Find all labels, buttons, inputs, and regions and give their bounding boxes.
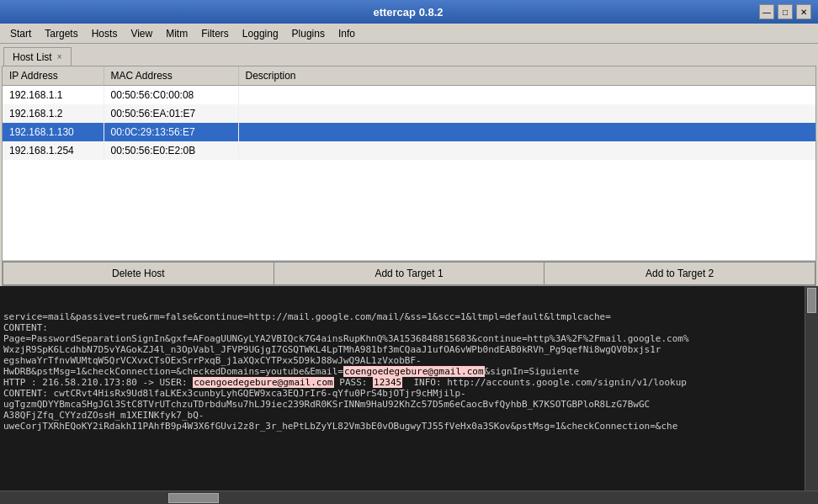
window-controls: — □ ✕: [759, 4, 811, 19]
menu-item-targets[interactable]: Targets: [38, 26, 84, 41]
log-line: ugTgzmQDYYBmcaSHgJGl3StC8TVrUTchzuTDrbdu…: [3, 399, 798, 410]
log-bottom-scrollbar[interactable]: [0, 491, 818, 504]
col-ip: IP Address: [3, 66, 104, 86]
title-bar: ettercap 0.8.2 — □ ✕: [0, 0, 818, 24]
cell-ip: 192.168.1.130: [3, 123, 104, 141]
main-content: IP Address MAC Address Description 192.1…: [2, 66, 816, 286]
cell-desc: [238, 123, 815, 141]
menu-item-mitm[interactable]: Mitm: [159, 26, 194, 41]
cell-ip: 192.168.1.1: [3, 86, 104, 105]
menu-item-info[interactable]: Info: [332, 26, 362, 41]
highlighted-email: coengoedegebure@gmail.com: [193, 377, 334, 388]
tab-label: Host List: [13, 51, 52, 63]
log-line: A38QFjZfq_CYYzdZOssH_m1XEINKfyk7_bQ-: [3, 410, 798, 421]
menu-item-logging[interactable]: Logging: [236, 26, 285, 41]
col-mac: MAC Address: [104, 66, 238, 86]
log-line: HwDRB&pstMsg=1&checkConnection=&checkedD…: [3, 366, 798, 377]
button-row: Delete Host Add to Target 1 Add to Targe…: [3, 261, 815, 285]
menu-item-plugins[interactable]: Plugins: [285, 26, 332, 41]
table-row[interactable]: 192.168.1.25400:50:56:E0:E2:0B: [3, 141, 815, 160]
log-line: egshwaYrTfnvWUMtqW5QrVCXvxCTsOExSrrPxqB_…: [3, 355, 798, 366]
menu-item-hosts[interactable]: Hosts: [85, 26, 125, 41]
menu-item-filters[interactable]: Filters: [194, 26, 236, 41]
cell-desc: [238, 104, 815, 123]
log-section: service=mail&passive=true&rm=false&conti…: [0, 286, 818, 505]
cell-mac: 00:50:56:C0:00:08: [104, 86, 238, 105]
cell-ip: 192.168.1.254: [3, 141, 104, 160]
col-desc: Description: [238, 66, 815, 86]
menu-item-start[interactable]: Start: [3, 26, 38, 41]
cell-mac: 00:0C:29:13:56:E7: [104, 123, 238, 141]
host-table: IP Address MAC Address Description 192.1…: [3, 66, 815, 160]
log-line: WxzjR9SpK6LcdhbN7D5vYAGokZJ4l_n3OpVabl_J…: [3, 344, 798, 355]
window-title: ettercap 0.8.2: [57, 6, 759, 19]
highlighted-pass: 12345: [373, 377, 402, 388]
menu-item-view[interactable]: View: [124, 26, 159, 41]
table-row[interactable]: 192.168.1.200:50:56:EA:01:E7: [3, 104, 815, 123]
cell-ip: 192.168.1.2: [3, 104, 104, 123]
maximize-button[interactable]: □: [778, 4, 793, 19]
host-list-tab[interactable]: Host List ×: [3, 47, 72, 66]
table-empty-area: [3, 160, 815, 261]
log-scrollbar[interactable]: [805, 286, 818, 491]
close-button[interactable]: ✕: [796, 4, 811, 19]
tab-close-icon[interactable]: ×: [57, 52, 62, 61]
log-line: CONTENT:: [3, 322, 798, 333]
log-area: service=mail&passive=true&rm=false&conti…: [0, 286, 818, 491]
log-line: service=mail&passive=true&rm=false&conti…: [3, 311, 798, 322]
highlighted-email: coengoedegebure@gmail.com: [343, 366, 485, 377]
table-row[interactable]: 192.168.1.100:50:56:C0:00:08: [3, 86, 815, 105]
tab-bar: Host List ×: [0, 44, 818, 66]
add-target2-button[interactable]: Add to Target 2: [544, 262, 815, 285]
log-bottom-scrollbar-thumb[interactable]: [168, 493, 219, 503]
log-line: Page=PasswordSeparationSignIn&gxf=AFoagU…: [3, 333, 798, 344]
cell-desc: [238, 86, 815, 105]
log-scrollbar-thumb[interactable]: [807, 288, 816, 313]
log-line: HTTP : 216.58.210.173:80 -> USER: coengo…: [3, 377, 798, 388]
log-line: CONTENT: cwtCRvt4HisRx9Ud8lfaLKEx3cunbyL…: [3, 388, 798, 399]
add-target1-button[interactable]: Add to Target 1: [274, 262, 545, 285]
delete-host-button[interactable]: Delete Host: [3, 262, 274, 285]
cell-desc: [238, 141, 815, 160]
minimize-button[interactable]: —: [759, 4, 774, 19]
table-row[interactable]: 192.168.1.13000:0C:29:13:56:E7: [3, 123, 815, 141]
cell-mac: 00:50:56:E0:E2:0B: [104, 141, 238, 160]
log-line: uweCorjTXRhEQoKY2iRdakhI1PAhfB9p4W3X6fGU…: [3, 421, 798, 432]
cell-mac: 00:50:56:EA:01:E7: [104, 104, 238, 123]
menu-bar: StartTargetsHostsViewMitmFiltersLoggingP…: [0, 24, 818, 44]
log-content: service=mail&passive=true&rm=false&conti…: [3, 311, 815, 432]
